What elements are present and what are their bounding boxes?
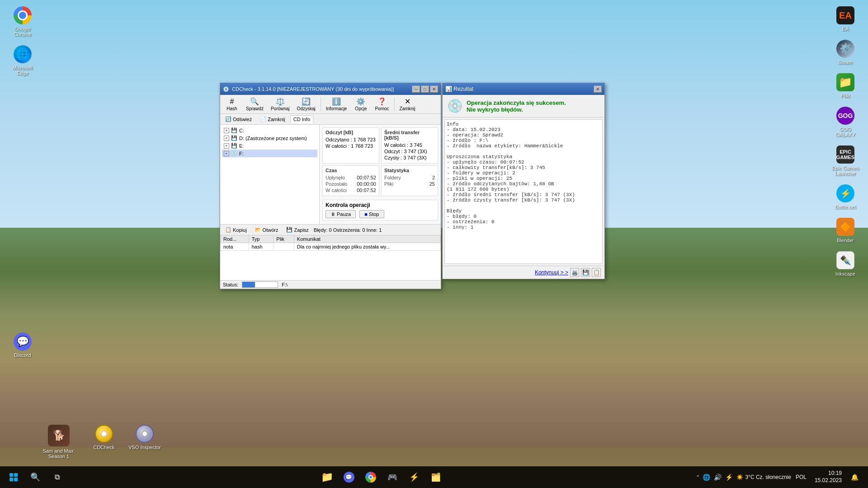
cdcheck-minimize-btn[interactable]: ─ [412,85,420,93]
odzyskaj-button[interactable]: 🔄 Odzyskaj [294,96,319,113]
zamknij-toolbar-button[interactable]: ✕ Zamknij [396,96,419,113]
taskbar-chrome-inner [368,475,373,479]
desktop-icon-inkscape[interactable]: ✒️ Inkscape [827,249,863,278]
zapisz-icon: 💾 [286,227,292,233]
desktop-icon-blender[interactable]: 🔶 Blender [827,216,863,245]
otworz-button[interactable]: 📂 Otwórz [252,225,282,234]
informacje-button[interactable]: ℹ️ Informacje [323,96,350,113]
files-icon: 📁 [836,73,854,91]
result-main-msg: Operacja zakończyła się sukcesem. [467,99,600,106]
porownaj-label: Porównaj [271,106,290,111]
toolbar-sep-2 [394,97,395,112]
desktop-icon-files[interactable]: 📁 Pliki [827,71,863,100]
sprawdz-button[interactable]: 🔍 Sprawdź [243,96,267,113]
notification-bell-button[interactable]: 🔔 [848,467,861,487]
search-taskbar-button[interactable]: 🔍 [25,467,45,487]
transfer-czysty-row: Czysty : 3 747 (3X) [384,155,435,160]
desktop-icon-microsoft-edge[interactable]: 🌐 Microsoft Edge [5,43,41,78]
read-section-title: Odczyt [kB] [326,130,376,135]
progress-bar-outer [242,282,278,288]
desktop-icon-gog[interactable]: GOG GOG GALAXY [827,105,863,139]
desktop-icon-epic[interactable]: EPICGAMES Epic Games Launcher [827,144,863,178]
clock-date: 15.02.2023 [815,477,842,484]
tray-volume-icon[interactable]: 🔊 [713,474,722,481]
time-pozostalo-val: 00:00:00 [357,181,376,187]
start-button[interactable] [4,467,24,487]
hash-button[interactable]: # Hash [222,96,242,113]
desktop-icon-ea[interactable]: EA EA [827,5,863,33]
zamknij-toolbar-label: Zamknij [400,106,415,111]
tree-item-c[interactable]: + 💾 C: [222,127,317,134]
tree-expand-e[interactable]: + [224,143,229,149]
taskbar-discord-icon: 💬 [344,472,354,483]
result-log-body[interactable]: Info - data: 15.02.2023 - operacja: Spra… [444,119,603,264]
taskbar-right: ⌃ 🌐 🔊 ⚡ ☀️ 3°C Cz. słonecznie POL 10:19 … [696,467,864,487]
language-indicator[interactable]: POL [794,474,808,480]
stats-section: Statystyka Foldery 2 Pliki 25 [381,165,438,196]
taskbar-discord[interactable]: 💬 [339,467,359,487]
taskbar-epic[interactable]: ⚡ [404,467,424,487]
odswiez-button[interactable]: 🔃 Odśwież [222,115,255,123]
taskbar-steam[interactable]: 🎮 [382,467,402,487]
taskbar-file-explorer[interactable]: 📁 [317,467,337,487]
kopiuj-button[interactable]: 📋 Kopiuj [222,225,250,234]
tree-expand-f[interactable]: + [224,151,229,156]
result-save-btn[interactable]: 💾 [581,268,590,277]
taskbar-files-icon: 🗂️ [431,472,441,482]
cdcheck-titlebar: 💿 CDCheck - 3.1.14.0 [NIEZAREJESTROWANY … [220,83,441,95]
stop-label: Stop [369,211,379,217]
desktop-icon-vso[interactable]: VSO Inspector [127,423,163,461]
result-print-btn[interactable]: 🖨️ [570,268,579,277]
system-clock[interactable]: 10:19 15.02.2023 [811,470,845,484]
transfer-section-title: Średni transfer [kB/S] [384,130,435,141]
task-view-button[interactable]: ⧉ [47,467,67,487]
vso-label: VSO Inspector [128,445,161,450]
zapisz-button[interactable]: 💾 Zapisz [283,225,311,234]
tree-item-f[interactable]: + 💿 F: [222,150,317,157]
pause-button[interactable]: ⏸ Pauza [326,210,356,218]
pomoc-button[interactable]: ❓ Pomoc [372,96,392,113]
steam-icon: ⚙️ [836,40,854,58]
tray-expand-icon[interactable]: ⌃ [696,474,700,480]
cd-info-tab[interactable]: CD Info [290,115,313,123]
desktop-icons-left: Google Chrome 🌐 Microsoft Edge 💬 Discord [0,0,45,466]
cdcheck-restore-btn[interactable]: □ [421,85,429,93]
porownaj-button[interactable]: ⚖️ Porównaj [268,96,293,113]
chrome-icon [14,6,32,24]
col-typ: Typ [249,235,274,243]
sprawdz-icon: 🔍 [250,97,259,106]
otworz-label: Otwórz [263,227,278,233]
vso-disc-icon [136,425,154,443]
desktop-icon-google-chrome[interactable]: Google Chrome [5,5,41,39]
tree-item-e[interactable]: + 💾 E: [222,142,317,150]
desktop-icon-sammax[interactable]: 🐕 Sam and Max:Season 1 [41,423,77,461]
desktop-icons-right: EA EA ⚙️ Steam 📁 Pliki GOG GOG GALAXY EP… [823,0,868,466]
inkscape-icon: ✒️ [836,251,854,269]
tree-expand-c[interactable]: + [224,128,229,133]
desktop-icon-battlenet[interactable]: ⚡ Battle.net [827,183,863,211]
taskbar-files[interactable]: 🗂️ [426,467,446,487]
opcje-button[interactable]: ⚙️ Opcje [351,96,371,113]
desktop-icon-steam[interactable]: ⚙️ Steam [827,38,863,67]
pomoc-icon: ❓ [377,97,387,106]
cdcheck-close-btn[interactable]: ✕ [430,85,438,93]
tree-label-f: F: [239,151,244,156]
result-close-btn[interactable]: ✕ [594,85,602,93]
time-pozostalo-row: Pozostało 00:00:00 [326,181,376,187]
stop-button[interactable]: ■ Stop [359,210,384,218]
desktop-icon-discord[interactable]: 💬 Discord [5,331,41,360]
kopiuj-label: Kopiuj [233,227,247,233]
result-copy-btn[interactable]: 📋 [592,268,601,277]
zamknij-sec-button[interactable]: 📄 Zamknij [257,115,288,123]
tree-expand-d[interactable]: + [224,136,229,141]
taskbar-chrome[interactable] [361,467,381,487]
table-row[interactable]: nota hash Dla co najmniej jednego pliku … [221,243,441,251]
gog-icon: GOG [836,107,854,125]
col-plik: Plik [274,235,294,243]
read-w-calosci-val: W całości : 1 768 723 [326,143,373,149]
result-cd-icon: 💿 [447,99,463,113]
tree-item-d[interactable]: + 💾 D: (Zastrzeżone przez system) [222,134,317,142]
desktop-icon-cdcheck[interactable]: CDCheck [86,423,122,461]
continue-button[interactable]: Kontynuuj > > [535,269,568,276]
kopiuj-icon: 📋 [225,227,231,233]
